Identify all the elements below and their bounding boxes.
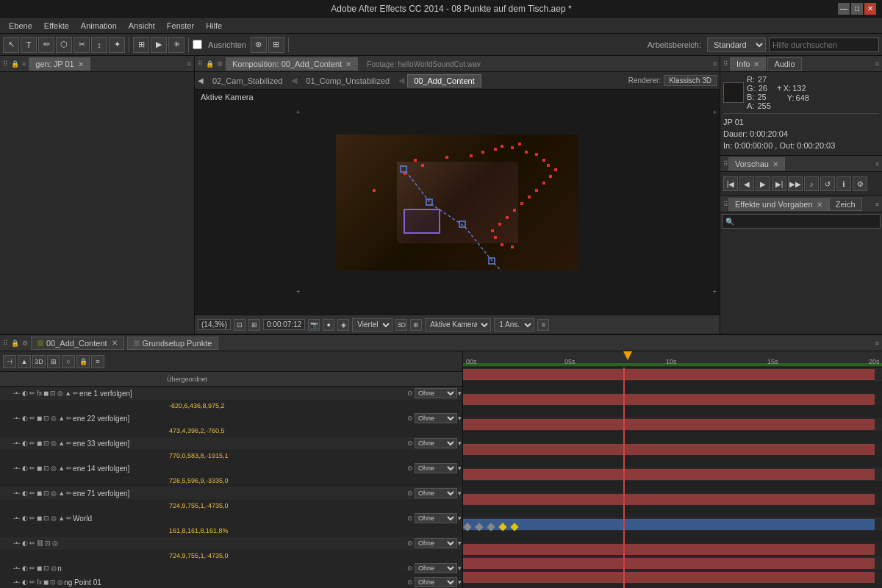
ngpt-fx[interactable]: fx [36, 578, 43, 586]
breadcrumb-nav-prev[interactable]: ◀ [198, 76, 204, 85]
row2-flag[interactable]: ⊡ [43, 415, 50, 422]
world-solo[interactable]: -•- [12, 514, 21, 522]
row4-flag[interactable]: ⊡ [43, 465, 50, 472]
ngpt-dropdown[interactable]: ▾ [457, 578, 462, 586]
row3-dropdown[interactable]: ▾ [457, 440, 462, 447]
minimize-button[interactable]: — [838, 3, 850, 15]
kf-4[interactable] [498, 523, 506, 531]
toolbar-btn-8[interactable]: ⊞ [133, 37, 149, 53]
n-flag[interactable]: ⊡ [43, 564, 50, 572]
info-panel-menu[interactable]: ⠿ [723, 60, 728, 68]
camera-select[interactable]: Aktive Kamera [425, 318, 491, 331]
arbeitsbereich-dropdown[interactable]: Standard [707, 37, 766, 52]
view-select[interactable]: 1 Ans... [494, 318, 534, 331]
panel-menu-icon[interactable]: ≡ [22, 60, 26, 68]
comp-camera-btn[interactable]: 📷 [308, 319, 320, 331]
menu-fenster[interactable]: Fenster [161, 20, 200, 32]
effects-panel-menu[interactable]: ⠿ [723, 201, 728, 208]
toolbar-grid[interactable]: ⊞ [268, 37, 284, 53]
row5-solo[interactable]: -•- [12, 490, 21, 497]
ausrichten-checkbox[interactable] [193, 40, 202, 49]
row2-solo[interactable]: -•- [12, 415, 21, 422]
row4-lock[interactable]: ✏ [29, 465, 36, 472]
layer-rows-container[interactable]: -•- ◐ ✏ fx ◼ ⊡ ◎ ▲ ✏ ene 1 verfolgen] ⊙ … [0, 387, 462, 588]
row5-eye[interactable]: ◐ [21, 490, 29, 497]
empty1-lock[interactable]: ✏ [29, 539, 36, 547]
tl-options[interactable]: ≡ [875, 340, 879, 347]
tab-close[interactable]: ✕ [78, 60, 84, 68]
row3-clock[interactable]: ⊙ [406, 440, 415, 447]
timeline-tab-2[interactable]: Grundsetup Punkte [127, 337, 219, 350]
ngpt-parent[interactable]: Ohne [415, 577, 457, 587]
empty1-clock[interactable]: ⊙ [406, 539, 415, 547]
empty1-eye[interactable]: ◐ [21, 539, 29, 547]
toolbar-btn-7[interactable]: ✦ [109, 37, 125, 53]
toolbar-btn-4[interactable]: ⬡ [56, 37, 72, 53]
n-solo[interactable]: -•- [12, 564, 21, 572]
world-ctrl[interactable]: ◼ [36, 514, 43, 522]
quality-dropdown[interactable]: ViertelHalbVoll [352, 318, 392, 331]
window-controls[interactable]: — □ ✕ [838, 3, 876, 15]
tl-btn-lock[interactable]: 🔒 [76, 355, 90, 368]
row4-ctrl[interactable]: ◼ [36, 465, 43, 472]
row4-clock[interactable]: ⊙ [406, 465, 415, 472]
world-dropdown[interactable]: ▾ [457, 514, 462, 522]
tl-btn-circle[interactable]: ○ [62, 355, 75, 368]
info-tab-close[interactable]: ✕ [753, 60, 759, 68]
world-flag[interactable]: ⊡ [43, 514, 50, 522]
world-lock[interactable]: ✏ [29, 514, 36, 522]
n-dropdown[interactable]: ▾ [457, 564, 462, 572]
prev-first-btn[interactable]: |◀ [723, 176, 738, 191]
kf-2[interactable] [475, 523, 483, 531]
row4-eye[interactable]: ◐ [21, 465, 29, 472]
row1-dropdown[interactable]: ▾ [457, 390, 462, 397]
effects-search-input[interactable] [737, 218, 877, 226]
row5-parent[interactable]: Ohne [415, 488, 457, 498]
info-tab[interactable]: Info ✕ [730, 57, 766, 71]
breadcrumb-comp[interactable]: 01_Comp_Unstabilized [300, 75, 395, 87]
n-clock[interactable]: ⊙ [406, 564, 415, 572]
tl-settings-icon[interactable]: ⚙ [22, 340, 28, 347]
n-lock[interactable]: ✏ [29, 564, 36, 572]
panel-options[interactable]: ≡ [187, 60, 191, 68]
maximize-button[interactable]: □ [851, 3, 863, 15]
kf-1[interactable] [463, 523, 471, 531]
row1-ctrl[interactable]: ◼ [43, 390, 49, 397]
comp-ctrl-fit[interactable]: ⊡ [234, 319, 245, 331]
kf-5[interactable] [510, 523, 518, 531]
world-pen[interactable]: ✏ [65, 514, 73, 522]
row4-3d[interactable]: ◎ [50, 465, 57, 472]
vorschau-tab[interactable]: Vorschau ✕ [728, 157, 785, 171]
ngpt-eye[interactable]: ◐ [21, 578, 29, 586]
vorschau-close[interactable]: ✕ [772, 160, 778, 168]
row5-3d[interactable]: ◎ [50, 490, 57, 497]
menu-ebene[interactable]: Ebene [3, 20, 38, 32]
row2-dropdown[interactable]: ▾ [457, 415, 462, 422]
row1-parent[interactable]: Ohne [415, 388, 457, 398]
row4-pen[interactable]: ✏ [65, 465, 73, 472]
empty1-3d[interactable]: ◎ [51, 539, 59, 547]
row3-ctrl[interactable]: ◼ [36, 440, 43, 447]
toolbar-btn-10[interactable]: ✳ [168, 37, 184, 53]
preview-panel-menu[interactable]: ⠿ [723, 160, 728, 168]
toolbar-btn-6[interactable]: ↕ [91, 37, 107, 53]
comp-ctrl-snap[interactable]: ⊞ [248, 319, 260, 331]
row1-solo[interactable]: -•- [12, 390, 21, 397]
row1-fx[interactable]: fx [36, 390, 43, 397]
ngpt-3d[interactable]: ◎ [57, 578, 64, 586]
row3-flag[interactable]: ⊡ [43, 440, 50, 447]
empty1-ctrl[interactable]: ⛓ [36, 539, 44, 547]
comp-main-tab[interactable]: Komposition: 00_Add_Content ✕ [226, 57, 358, 71]
comp-3d-btn[interactable]: 3D [395, 319, 407, 331]
effects-tab[interactable]: Effekte und Vorgaben ✕ [728, 198, 829, 211]
comp-flow-btn[interactable]: ≡ [537, 319, 549, 331]
project-tab[interactable]: gen: JP 01 ✕ [29, 57, 90, 71]
toolbar-btn-2[interactable]: T [21, 37, 37, 53]
tl-btn-3d[interactable]: 3D [32, 355, 46, 368]
comp-tab-close[interactable]: ✕ [345, 60, 351, 68]
comp-wire-btn[interactable]: ⊛ [410, 319, 422, 331]
comp-panel-menu[interactable]: ⠿ [198, 60, 203, 68]
menu-ansicht[interactable]: Ansicht [123, 20, 161, 32]
ngpt-ctrl[interactable]: ◼ [43, 578, 49, 586]
toolbar-btn-3[interactable]: ✏ [38, 37, 54, 53]
